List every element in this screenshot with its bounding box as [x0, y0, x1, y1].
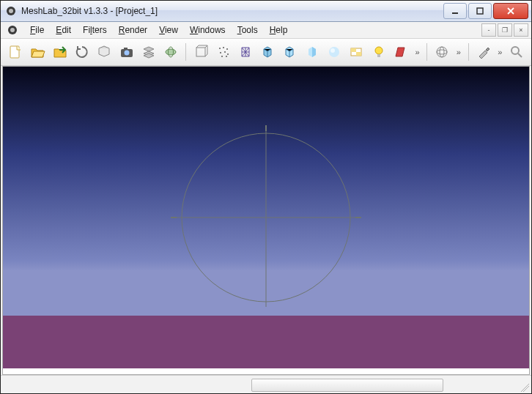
- light-button[interactable]: [368, 41, 388, 63]
- app-window: MeshLab_32bit v1.3.3 - [Project_1] File …: [0, 0, 532, 394]
- menu-view[interactable]: View: [153, 22, 184, 38]
- svg-point-18: [227, 53, 229, 55]
- svg-point-30: [440, 47, 444, 57]
- menu-render[interactable]: Render: [113, 22, 153, 38]
- window-title: MeshLab_32bit v1.3.3 - [Project_1]: [21, 6, 442, 16]
- viewport-canvas[interactable]: [3, 67, 529, 368]
- svg-point-15: [226, 48, 228, 50]
- window-buttons-group: [442, 3, 528, 19]
- svg-point-26: [375, 47, 383, 54]
- svg-rect-2: [452, 12, 458, 14]
- svg-rect-3: [477, 8, 483, 14]
- smooth-button[interactable]: [324, 41, 344, 63]
- texture-button[interactable]: [346, 41, 366, 63]
- mdi-close-button[interactable]: ×: [514, 23, 528, 37]
- svg-point-10: [166, 49, 176, 55]
- maximize-button[interactable]: [468, 3, 492, 19]
- export-mesh-button[interactable]: [94, 41, 114, 63]
- svg-point-31: [511, 47, 519, 54]
- progress-bar: [251, 379, 443, 392]
- trackball-button[interactable]: [432, 41, 452, 63]
- search-button[interactable]: [506, 41, 527, 63]
- toolbar-separator-3: [468, 43, 469, 61]
- status-bar: [1, 375, 531, 393]
- open-project-button[interactable]: [27, 41, 48, 63]
- bbox-button[interactable]: [191, 41, 211, 63]
- svg-rect-9: [124, 48, 128, 50]
- mdi-minimize-button[interactable]: -: [481, 23, 496, 37]
- toolbar-overflow-button[interactable]: »: [413, 48, 422, 56]
- close-button[interactable]: [493, 3, 528, 19]
- snapshot-button[interactable]: [116, 41, 136, 63]
- svg-point-28: [437, 47, 447, 57]
- menu-filters[interactable]: Filters: [77, 22, 113, 38]
- mdi-buttons: - ❐ ×: [481, 23, 528, 37]
- backface-button[interactable]: [391, 41, 411, 63]
- menu-file[interactable]: File: [24, 22, 50, 38]
- svg-rect-27: [377, 54, 380, 57]
- mdi-restore-button[interactable]: ❐: [498, 23, 512, 37]
- titlebar[interactable]: MeshLab_32bit v1.3.3 - [Project_1]: [1, 1, 531, 22]
- menu-help[interactable]: Help: [264, 22, 294, 38]
- menu-windows[interactable]: Windows: [184, 22, 232, 38]
- new-project-button[interactable]: [5, 41, 26, 63]
- svg-point-1: [9, 9, 13, 13]
- points-button[interactable]: [213, 41, 233, 63]
- menu-bar: File Edit Filters Render View Windows To…: [1, 22, 531, 39]
- toolbar-separator-2: [426, 43, 427, 61]
- svg-point-29: [437, 50, 447, 54]
- tools-button[interactable]: [473, 41, 493, 63]
- toolbar-overflow-2-button[interactable]: »: [454, 48, 463, 56]
- svg-point-14: [223, 47, 224, 48]
- menu-tools[interactable]: Tools: [232, 22, 264, 38]
- raster-mode-button[interactable]: [160, 41, 181, 63]
- flat-button[interactable]: [302, 41, 322, 63]
- resize-grip[interactable]: [519, 382, 529, 392]
- hiddenlines-button[interactable]: [257, 41, 278, 63]
- svg-rect-24: [351, 48, 356, 52]
- svg-point-13: [219, 48, 221, 49]
- wireframe-button[interactable]: [235, 41, 256, 63]
- app-icon: [5, 5, 17, 17]
- svg-rect-25: [356, 52, 361, 56]
- svg-point-16: [220, 52, 221, 53]
- minimize-button[interactable]: [443, 3, 467, 19]
- menu-edit[interactable]: Edit: [50, 22, 77, 38]
- svg-point-19: [221, 56, 223, 57]
- toolbar-separator: [185, 43, 186, 61]
- layers-button[interactable]: [138, 41, 159, 63]
- svg-point-17: [224, 51, 226, 53]
- workarea[interactable]: [2, 66, 530, 375]
- svg-point-20: [226, 56, 227, 57]
- menu-app-icon: [7, 24, 18, 36]
- svg-rect-12: [196, 48, 205, 56]
- import-mesh-button[interactable]: [50, 41, 70, 63]
- toolbar-overflow-3-button[interactable]: »: [495, 48, 505, 56]
- viewport-ground: [3, 316, 529, 368]
- flatlines-button[interactable]: [279, 41, 300, 63]
- svg-point-5: [10, 28, 15, 32]
- toolbar: » » »: [1, 39, 531, 66]
- svg-point-8: [124, 51, 129, 56]
- reload-button[interactable]: [72, 41, 92, 63]
- svg-point-22: [330, 48, 335, 53]
